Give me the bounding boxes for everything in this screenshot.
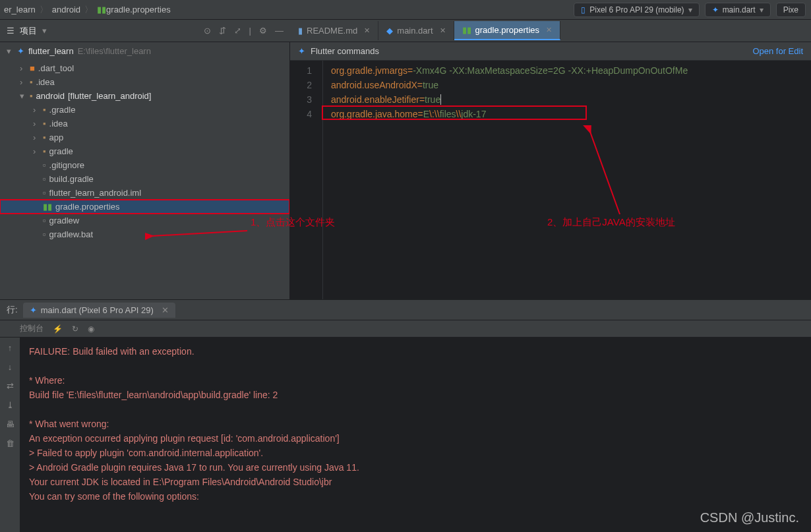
code-content[interactable]: org.gradle.jvmargs=-Xmx4G -XX:MaxMetaspa… xyxy=(323,61,811,299)
svg-line-1 xyxy=(152,231,247,236)
tree-gradle-dir[interactable]: ›▪.gradle xyxy=(0,103,289,117)
tree-app[interactable]: ›▪app xyxy=(0,131,289,144)
console-label[interactable]: 控制台 xyxy=(20,323,44,334)
close-icon[interactable]: ✕ xyxy=(546,26,552,34)
arrow-1 xyxy=(145,224,251,244)
gear-icon[interactable]: ⚙ xyxy=(259,26,267,36)
svg-line-3 xyxy=(590,132,620,214)
close-icon[interactable]: ✕ xyxy=(364,26,370,35)
editor[interactable]: ✦ Flutter commands Open for Edit 1234 or… xyxy=(290,42,811,299)
bc-root[interactable]: er_learn xyxy=(4,5,36,15)
folder-icon: ▪ xyxy=(30,77,33,87)
folder-icon: ▪ xyxy=(43,133,46,142)
tree-android[interactable]: ▾▪android [flutter_learn_android] xyxy=(0,89,289,103)
gutter: 1234 xyxy=(290,61,323,299)
tree-gradle-properties[interactable]: ▮▮gradle.properties xyxy=(0,200,289,214)
annotation-1: 1、点击这个文件夹 xyxy=(251,216,335,229)
tree-gitignore[interactable]: ▫.gitignore xyxy=(0,158,289,172)
bc-file[interactable]: gradle.properties xyxy=(106,5,171,15)
md-icon: ▮ xyxy=(298,26,303,36)
tree-gradle2[interactable]: ›▪gradle xyxy=(0,144,289,158)
dart-icon: ◆ xyxy=(386,26,393,36)
run-config-selector[interactable]: ✦ main.dart ▾ xyxy=(705,3,771,17)
annotation-2: 2、加上自己JAVA的安装地址 xyxy=(547,216,675,229)
project-path: E:\files\flutter_learn xyxy=(78,46,151,56)
print-icon[interactable]: 🖶 xyxy=(6,419,15,429)
scroll-icon[interactable]: ⤓ xyxy=(7,400,14,410)
folder-icon: ■ xyxy=(30,63,35,73)
collapse-icon[interactable]: ⤢ xyxy=(234,26,241,36)
project-tree-icon: ☰ xyxy=(7,26,15,36)
devtools-icon[interactable]: ◉ xyxy=(88,324,94,334)
chevron-right-icon: 〉 xyxy=(40,4,48,16)
hide-icon[interactable]: — xyxy=(275,26,284,36)
folder-icon: ▪ xyxy=(30,91,33,101)
wrap-icon[interactable]: ⇄ xyxy=(7,381,14,391)
close-icon[interactable]: ✕ xyxy=(162,305,169,315)
chevron-right-icon: 〉 xyxy=(84,4,93,16)
reload-icon[interactable]: ↻ xyxy=(72,324,78,334)
console-side-icons: ↑ ↓ ⇄ ⤓ 🖶 🗑 xyxy=(0,338,20,532)
flutter-icon: ✦ xyxy=(30,305,37,315)
project-name: flutter_learn xyxy=(28,46,74,56)
trash-icon[interactable]: 🗑 xyxy=(6,438,15,448)
annotation-box xyxy=(322,105,587,120)
file-icon: ▫ xyxy=(43,188,46,198)
tree-iml[interactable]: ▫flutter_learn_android.iml xyxy=(0,186,289,200)
file-icon: ▫ xyxy=(43,229,46,239)
gradle-icon: ▮▮ xyxy=(462,25,471,35)
open-for-edit-link[interactable]: Open for Edit xyxy=(752,46,803,56)
flutter-icon: ✦ xyxy=(712,5,719,15)
tab-gradle-properties[interactable]: ▮▮ gradle.properties ✕ xyxy=(454,21,561,40)
project-tree[interactable]: ▾ ✦ flutter_learn E:\files\flutter_learn… xyxy=(0,42,290,299)
gradle-file-icon: ▫ xyxy=(43,174,46,184)
arrow-2 xyxy=(580,125,633,218)
divider: | xyxy=(249,26,251,36)
tree-build-gradle[interactable]: ▫build.gradle xyxy=(0,172,289,186)
run-tab[interactable]: ✦ main.dart (Pixel 6 Pro API 29) ✕ xyxy=(23,303,175,318)
file-icon: ▫ xyxy=(43,216,46,225)
lightning-icon[interactable]: ⚡ xyxy=(53,324,63,334)
close-icon[interactable]: ✕ xyxy=(440,26,446,35)
tab-readme[interactable]: ▮ README.md ✕ xyxy=(290,21,378,40)
gradle-icon: ▮▮ xyxy=(97,5,106,15)
project-label: 项目 xyxy=(20,25,37,37)
chevron-down-icon[interactable]: ▾ xyxy=(7,46,13,56)
folder-icon: ▪ xyxy=(43,119,46,129)
folder-icon: ▪ xyxy=(43,146,46,156)
pixel-pill[interactable]: Pixe xyxy=(776,3,806,17)
locate-icon[interactable]: ⊙ xyxy=(204,26,211,36)
chevron-down-icon: ▾ xyxy=(688,5,692,15)
flutter-icon: ✦ xyxy=(298,46,305,56)
watermark: CSDN @Justinc. xyxy=(700,510,799,525)
phone-icon: ▯ xyxy=(581,5,586,15)
up-icon[interactable]: ↑ xyxy=(8,343,13,353)
tree-dart-tool[interactable]: ›■.dart_tool xyxy=(0,61,289,75)
chevron-down-icon[interactable]: ▾ xyxy=(42,26,47,36)
tree-idea[interactable]: ›▪.idea xyxy=(0,75,289,89)
tree-idea2[interactable]: ›▪.idea xyxy=(0,117,289,131)
console-output[interactable]: FAILURE: Build failed with an exception.… xyxy=(20,338,811,532)
flutter-icon: ✦ xyxy=(17,46,24,56)
tab-main-dart[interactable]: ◆ main.dart ✕ xyxy=(378,21,454,40)
breadcrumb[interactable]: er_learn 〉 android 〉 ▮▮ gradle.propertie… xyxy=(0,4,574,16)
banner-text: Flutter commands xyxy=(311,46,379,56)
device-selector[interactable]: ▯ Pixel 6 Pro API 29 (mobile) ▾ xyxy=(574,3,699,17)
bc-android[interactable]: android xyxy=(52,5,80,15)
run-label: 行: xyxy=(7,304,18,316)
file-icon: ▫ xyxy=(43,160,46,170)
folder-icon: ▪ xyxy=(43,105,46,115)
chevron-down-icon: ▾ xyxy=(760,5,764,15)
gradle-icon: ▮▮ xyxy=(43,202,52,212)
down-icon[interactable]: ↓ xyxy=(8,362,13,372)
expand-icon[interactable]: ⇵ xyxy=(219,26,226,36)
